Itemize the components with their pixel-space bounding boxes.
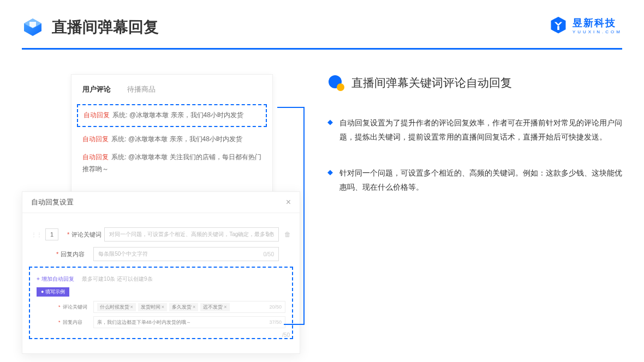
- comment-row: 自动回复 系统: @冰墩墩本墩 关注我们的店铺，每日都有热门推荐哟～: [82, 152, 261, 175]
- brand-url: YUUXIN.COM: [573, 29, 622, 34]
- chip-remove-icon[interactable]: ×: [130, 304, 133, 310]
- ex-content-text: 亲，我们这边都是下单48小时内发货的哦～: [97, 319, 191, 326]
- required-icon: *: [56, 251, 58, 257]
- content-counter: 0/50: [264, 251, 274, 257]
- connector-line: [277, 107, 305, 108]
- trash-icon[interactable]: 🗑: [284, 231, 291, 238]
- ex-keyword-input[interactable]: 什么时候发货× 发货时间× 多久发货× 迟不发货× 20/50: [93, 301, 285, 313]
- ex-content-label: 回复内容: [63, 319, 93, 326]
- modal-header: 自动回复设置 ×: [22, 192, 300, 213]
- tab-user-comments[interactable]: 用户评论: [82, 85, 111, 94]
- input-placeholder: 每条限50个中文字符: [98, 250, 148, 258]
- keyword-row: ⋮⋮ 1 * 评论关键词 对同一个问题，可设置多个相近、高频的关键词，Tag确定…: [31, 227, 291, 242]
- right-panel: 直播间弹幕关键词评论自动回复 ◆ 自动回复设置为了提升作者的评论回复效率，作者可…: [300, 74, 622, 216]
- comments-tabs: 用户评论 待播商品: [82, 85, 261, 94]
- comment-row-highlighted: 自动回复 系统: @冰墩墩本墩 亲亲，我们48小时内发货: [77, 104, 267, 127]
- content-label: 回复内容: [61, 250, 93, 258]
- example-keyword-row: * 评论关键词 什么时候发货× 发货时间× 多久发货× 迟不发货× 20/50: [37, 301, 285, 313]
- add-auto-reply-link[interactable]: + 增加自动回复: [37, 276, 74, 282]
- svg-point-7: [337, 83, 344, 91]
- row-number: 1: [45, 228, 58, 240]
- cube-icon: [22, 16, 44, 38]
- required-icon: *: [67, 231, 69, 238]
- chip-remove-icon[interactable]: ×: [193, 304, 195, 310]
- content-row: * 回复内容 每条限50个中文字符 0/50: [31, 247, 291, 261]
- brand-hexagon-icon: [548, 15, 568, 35]
- keyword-input[interactable]: 对同一个问题，可设置多个相近、高频的关键词，Tag确定，最多5个 0/5: [104, 227, 279, 242]
- system-label: 系统:: [111, 135, 126, 143]
- brand-logo: 昱新科技 YUUXIN.COM: [548, 15, 622, 35]
- keyword-chip[interactable]: 什么时候发货×: [97, 303, 136, 311]
- keyword-label: 评论关键词: [71, 231, 104, 239]
- svg-rect-5: [557, 26, 559, 30]
- ex-content-input[interactable]: 亲，我们这边都是下单48小时内发货的哦～ 37/50: [93, 316, 285, 328]
- chat-bubble-icon: [327, 74, 345, 92]
- example-content-row: * 回复内容 亲，我们这边都是下单48小时内发货的哦～ 37/50: [37, 316, 285, 328]
- comment-text: @冰墩墩本墩 关注我们的店铺，每日都有热门推荐哟～: [82, 153, 261, 173]
- system-label: 系统:: [111, 153, 126, 161]
- ex-keyword-counter: 20/50: [269, 304, 282, 310]
- close-icon[interactable]: ×: [286, 197, 291, 207]
- section-title-row: 直播间弹幕关键词评论自动回复: [327, 74, 622, 92]
- ex-keyword-label: 评论关键词: [63, 304, 93, 311]
- required-icon: *: [58, 304, 61, 310]
- diamond-bullet-icon: ◆: [327, 118, 333, 144]
- bullet-item: ◆ 自动回复设置为了提升作者的评论回复效率，作者可在开播前针对常见的评论用户问题…: [327, 116, 622, 144]
- left-panel: 用户评论 待播商品 自动回复 系统: @冰墩墩本墩 亲亲，我们48小时内发货 自…: [22, 74, 300, 216]
- auto-reply-settings-modal: 自动回复设置 × ⋮⋮ 1 * 评论关键词 对同一个问题，可设置多个相近、高频的…: [22, 191, 300, 354]
- side-counter: /50: [282, 332, 290, 338]
- tab-pending-goods[interactable]: 待播商品: [127, 85, 156, 94]
- example-block: + 增加自动回复 最多可建10条 还可以创建9条 ● 填写示例 * 评论关键词 …: [29, 267, 293, 339]
- bullet-text: 针对同一个问题，可设置多个相近的、高频的关键词。例如：这款多少钱、这块能优惠吗、…: [339, 166, 622, 195]
- connector-line: [303, 107, 305, 325]
- keyword-counter: 0/5: [266, 232, 274, 238]
- drag-handle-icon[interactable]: ⋮⋮: [31, 232, 42, 238]
- keyword-chip[interactable]: 发货时间×: [138, 303, 167, 311]
- comment-text: @冰墩墩本墩 亲亲，我们48小时内发货: [128, 135, 242, 143]
- comments-panel: 用户评论 待播商品 自动回复 系统: @冰墩墩本墩 亲亲，我们48小时内发货 自…: [71, 74, 273, 204]
- auto-reply-tag: 自动回复: [82, 153, 109, 161]
- page-title: 直播间弹幕回复: [52, 17, 159, 38]
- brand-name: 昱新科技: [573, 16, 622, 29]
- comment-row: 自动回复 系统: @冰墩墩本墩 亲亲，我们48小时内发货: [82, 134, 261, 146]
- ex-content-counter: 37/50: [269, 319, 282, 325]
- modal-title: 自动回复设置: [31, 197, 74, 207]
- chip-remove-icon[interactable]: ×: [162, 304, 164, 310]
- auto-reply-tag: 自动回复: [82, 135, 109, 143]
- add-hint: 最多可建10条 还可以创建9条: [82, 276, 152, 282]
- keyword-chip[interactable]: 多久发货×: [169, 303, 198, 311]
- example-tag: ● 填写示例: [37, 287, 69, 297]
- section-title: 直播间弹幕关键词评论自动回复: [351, 75, 512, 90]
- input-placeholder: 对同一个问题，可设置多个相近、高频的关键词，Tag确定，最多5个: [109, 231, 274, 238]
- required-icon: *: [58, 319, 61, 325]
- chip-remove-icon[interactable]: ×: [224, 304, 226, 310]
- system-label: 系统:: [112, 111, 127, 119]
- page-header: 直播间弹幕回复: [0, 0, 644, 38]
- connector-line: [284, 324, 305, 325]
- comment-text: @冰墩墩本墩 亲亲，我们48小时内发货: [129, 111, 243, 119]
- bullet-text: 自动回复设置为了提升作者的评论回复效率，作者可在开播前针对常见的评论用户问题，提…: [339, 116, 622, 144]
- diamond-bullet-icon: ◆: [327, 168, 333, 195]
- auto-reply-tag: 自动回复: [84, 111, 110, 119]
- keyword-chip[interactable]: 迟不发货×: [200, 303, 229, 311]
- content-input[interactable]: 每条限50个中文字符 0/50: [93, 247, 279, 261]
- bullet-item: ◆ 针对同一个问题，可设置多个相近的、高频的关键词。例如：这款多少钱、这块能优惠…: [327, 166, 622, 195]
